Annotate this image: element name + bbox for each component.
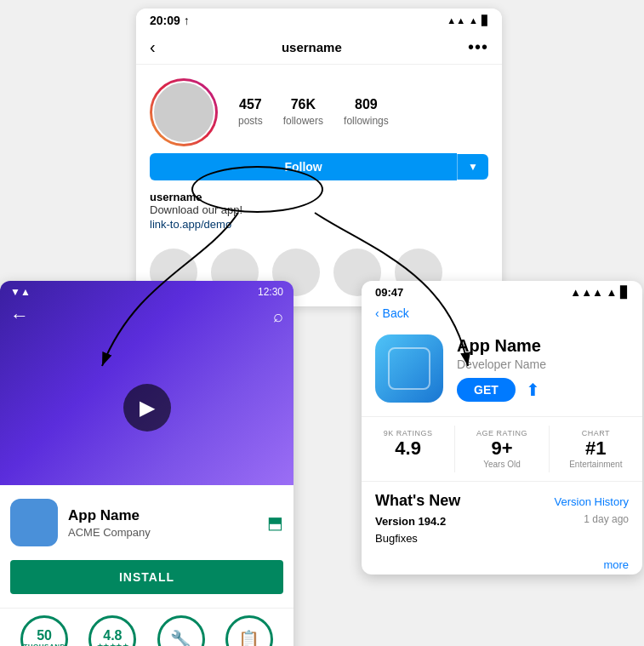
android-tools-badge: 🔧	[157, 615, 205, 646]
android-stats-row: 50 THOUSAND Downloads 4.8 ★★★★★ 1,435 ↑ …	[0, 608, 294, 646]
ios-app-row: App Name Developer Name GET ⬆	[362, 328, 642, 416]
ig-username-title: username	[282, 40, 342, 54]
ig-stats-row: 457 posts 76K followers 809 followings	[238, 97, 389, 128]
ios-panel: 09:47 ▲▲▲ ▲ ▊ ‹ Back App Name Developer …	[362, 281, 642, 575]
android-rating-stars: ★★★★★	[97, 643, 129, 647]
ig-followings-count: 809	[344, 97, 389, 112]
ig-posts-count: 457	[238, 97, 263, 112]
ig-bio: username Download our app! link-to.app/d…	[136, 187, 502, 242]
ios-age-sub: Years Old	[462, 460, 541, 469]
ios-rating-age: AGE RATING 9+ Years Old	[455, 426, 549, 472]
android-stat-downloads: 50 THOUSAND Downloads	[10, 615, 78, 646]
ios-status-icons: ▲▲▲ ▲ ▊	[570, 286, 629, 299]
android-search-icon[interactable]: ⌕	[273, 306, 283, 326]
status-time: 20:09 ↑	[150, 14, 190, 27]
ios-nav: ‹ Back	[362, 302, 642, 328]
android-app-details: App Name ACME Company	[68, 507, 151, 539]
ios-age-label: AGE RATING	[462, 429, 541, 437]
ig-back-button[interactable]: ‹	[150, 37, 156, 57]
signal-icon: ▲▲	[447, 15, 465, 26]
ig-profile-row: 457 posts 76K followers 809 followings	[136, 65, 502, 153]
ig-bio-link[interactable]: link-to.app/demo	[150, 218, 231, 231]
battery-icon: ▊	[482, 15, 488, 26]
ios-status-bar: 09:47 ▲▲▲ ▲ ▊	[362, 281, 642, 302]
android-play-button[interactable]: ▶	[123, 384, 171, 432]
android-stat-similar: 📋 Similar	[215, 615, 283, 646]
ios-app-details: App Name Developer Name GET ⬆	[457, 336, 546, 402]
ios-chart-value: #1	[556, 437, 635, 460]
ig-followers-label: followers	[283, 115, 323, 127]
android-signal-icon: ▼▲	[10, 286, 31, 298]
ios-version-row: Version 194.2 1 day ago	[375, 513, 629, 529]
ios-chart-sub: Entertainment	[556, 460, 635, 469]
ig-follow-button[interactable]: Follow	[150, 153, 457, 180]
ig-stat-followings: 809 followings	[344, 97, 389, 128]
android-back-icon[interactable]: ←	[10, 305, 29, 327]
ios-get-button[interactable]: GET	[457, 378, 516, 402]
android-stat-tools: 🔧 Tools	[147, 615, 215, 646]
ios-age-value: 9+	[462, 437, 541, 460]
ios-wifi-icon: ▲	[607, 286, 618, 299]
ios-bugfixes-text: Bugfixes	[375, 532, 629, 545]
android-play-area[interactable]: ▶	[0, 330, 294, 485]
android-status-bar: ▼▲ 12:30	[0, 281, 294, 301]
ios-ratings-row: 9K RATINGS 4.9 AGE RATING 9+ Years Old C…	[362, 416, 642, 482]
ig-followers-count: 76K	[283, 97, 323, 112]
android-install-button[interactable]: INSTALL	[10, 560, 283, 594]
ig-followings-label: followings	[344, 115, 389, 127]
ios-signal-icon: ▲▲▲	[570, 286, 603, 299]
ios-whats-new: What's New Version History Version 194.2…	[362, 482, 642, 555]
ios-ratings-value: 4.9	[368, 437, 447, 460]
ios-developer-name: Developer Name	[457, 357, 546, 371]
ios-version-ago: 1 day ago	[584, 513, 629, 525]
android-tools-icon: 🔧	[170, 631, 191, 646]
ios-whats-new-title: What's New	[375, 492, 460, 510]
ios-app-name: App Name	[457, 336, 546, 356]
ios-section-header: What's New Version History	[375, 492, 629, 510]
ios-version-history-link[interactable]: Version History	[555, 495, 629, 508]
android-bookmark-icon[interactable]: ⬒	[267, 512, 283, 533]
ig-more-button[interactable]: •••	[468, 37, 488, 57]
ig-bio-text: Download our app!	[150, 203, 488, 216]
ig-stat-posts: 457 posts	[238, 97, 263, 128]
ig-follow-dropdown[interactable]: ▼	[457, 154, 488, 180]
ios-rating-chart: CHART #1 Entertainment	[550, 426, 642, 472]
ios-ratings-label: 9K RATINGS	[368, 429, 447, 437]
android-downloads-number: 50	[37, 629, 52, 643]
status-icons: ▲▲ ▲ ▊	[447, 15, 488, 26]
ios-more-link[interactable]: more	[362, 555, 642, 575]
ios-back-button[interactable]: ‹ Back	[375, 306, 409, 320]
android-downloads-unit: THOUSAND	[23, 643, 65, 647]
wifi-icon: ▲	[469, 15, 478, 26]
ig-stat-followers: 76K followers	[283, 97, 323, 128]
instagram-panel: 20:09 ↑ ▲▲ ▲ ▊ ‹ username ••• 457 posts …	[136, 9, 502, 306]
android-app-icon	[10, 499, 58, 546]
ig-avatar	[152, 81, 215, 144]
ios-icon-decoration	[388, 347, 430, 390]
android-app-info: App Name ACME Company ⬒	[0, 485, 294, 553]
android-panel: ▼▲ 12:30 ← ⌕ ▶ App Name ACME Company ⬒ I…	[0, 281, 294, 646]
ios-time: 09:47	[375, 286, 403, 299]
android-company-name: ACME Company	[68, 526, 151, 539]
ios-rating-overall: 9K RATINGS 4.9	[362, 426, 455, 472]
android-header: ▼▲ 12:30 ← ⌕ ▶	[0, 281, 294, 485]
ig-posts-label: posts	[238, 115, 263, 127]
android-rating-badge: 4.8 ★★★★★	[88, 615, 136, 646]
android-stat-rating: 4.8 ★★★★★ 1,435 ↑	[78, 615, 146, 646]
ios-share-icon[interactable]: ⬆	[526, 380, 540, 400]
android-time: 12:30	[258, 286, 283, 298]
android-similar-icon: 📋	[238, 631, 259, 646]
ios-chart-label: CHART	[556, 429, 635, 437]
android-app-name: App Name	[68, 507, 151, 524]
ig-display-name: username	[150, 191, 488, 203]
ios-battery-icon: ▊	[620, 286, 629, 299]
android-similar-badge: 📋	[225, 615, 273, 646]
instagram-status-bar: 20:09 ↑ ▲▲ ▲ ▊	[136, 9, 502, 31]
ig-header: ‹ username •••	[136, 31, 502, 65]
ios-version-number: Version 194.2	[375, 515, 446, 528]
ios-app-icon	[375, 334, 443, 403]
ios-get-row: GET ⬆	[457, 378, 546, 402]
android-downloads-badge: 50 THOUSAND	[20, 615, 68, 646]
ig-avatar-ring	[150, 78, 218, 146]
ig-follow-row: Follow ▼	[136, 153, 502, 187]
